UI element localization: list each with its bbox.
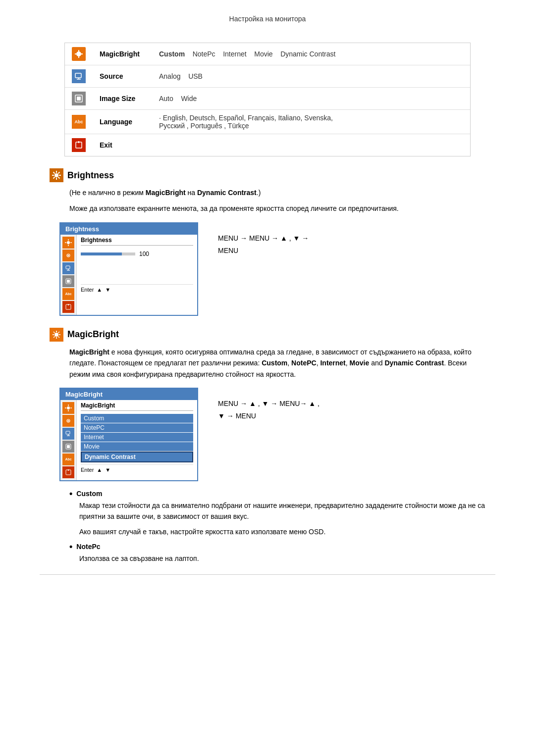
osd-icon-brightness	[62, 237, 74, 249]
magicbright-osd-title: MagicBright	[60, 389, 197, 400]
osd-slider-fill	[81, 252, 122, 255]
osd-menu-movie: Movie	[81, 442, 193, 451]
magicbright-osd-left-icons: Abc	[60, 400, 77, 480]
language-options: · English, Deutsch, Español, Français, I…	[152, 110, 470, 134]
source-options: Analog USB	[152, 65, 470, 88]
svg-rect-9	[77, 97, 81, 101]
osd-menu-internet: Internet	[81, 433, 193, 442]
osd-main-content: Brightness 100 Enter ▲ ▼	[77, 235, 197, 315]
svg-point-50	[68, 420, 69, 421]
svg-line-18	[58, 177, 60, 179]
magicbright-osd-box: MagicBright Abc	[59, 388, 198, 481]
source-label: Source	[93, 65, 152, 88]
language-label: Language	[93, 110, 152, 134]
osd-icon-source	[62, 262, 74, 274]
svg-line-40	[54, 332, 55, 333]
table-row: Source Analog USB	[65, 65, 470, 88]
brightness-para2: Може да използвате екранните менюта, за …	[69, 203, 485, 214]
table-row: Exit	[65, 134, 470, 156]
brightness-para1: (Не е налично в режим MagicBright на Dyn…	[69, 187, 485, 198]
magicbright-icon-cell	[65, 43, 93, 65]
page-divider	[40, 574, 495, 575]
language-icon: Abc	[72, 115, 86, 129]
brightness-nav-instruction: MENU → MENU → ▲ , ▼ → MENU	[218, 222, 317, 257]
osd-enter-row: Enter ▲ ▼	[81, 284, 193, 295]
svg-line-41	[58, 336, 60, 338]
magicbright-osd-main: MagicBright Custom NotePC Internet Movie…	[77, 400, 197, 480]
magicbright-nav-instruction: MENU → ▲ , ▼ → MENU→ ▲ , ▼ → MENU	[218, 388, 320, 422]
imagesize-icon	[72, 92, 86, 105]
osd-icon-magicbright2	[62, 415, 74, 427]
bullet-notepc-title: • NotePc	[69, 542, 485, 551]
svg-rect-28	[66, 266, 70, 269]
bullet-custom-section: • Custom Макар тези стойности да са вним…	[20, 489, 515, 537]
source-icon	[72, 69, 86, 83]
magicbright-section-icon	[50, 328, 63, 342]
magicbright-osd-enter-row: Enter ▲ ▼	[81, 464, 193, 475]
svg-point-44	[67, 406, 70, 409]
exit-icon-cell	[65, 134, 93, 156]
bullet-notepc-section: • NotePc Използва се за свързване на лап…	[20, 542, 515, 564]
osd-icon-exit	[62, 301, 74, 313]
page-header: Настройка на монитора	[20, 10, 515, 33]
osd-slider-value: 100	[139, 251, 149, 257]
svg-point-35	[54, 333, 58, 337]
svg-point-21	[67, 241, 70, 244]
table-row: Image Size Auto Wide	[65, 88, 470, 110]
osd-item-label: Brightness	[81, 237, 193, 246]
svg-point-27	[68, 254, 69, 256]
svg-line-17	[54, 172, 55, 174]
exit-label: Exit	[93, 134, 152, 156]
bullet-notepc-para1: Използва се за свързване на лаптоп.	[69, 553, 485, 564]
language-icon-cell: Abc	[65, 110, 93, 134]
osd-menu-notepc: NotePC	[81, 423, 193, 432]
svg-line-20	[54, 177, 55, 179]
table-row: MagicBright Custom NotePc Internet Movie…	[65, 43, 470, 65]
osd-icon-imagesize2	[62, 441, 74, 453]
source-icon-cell	[65, 65, 93, 88]
nav-table: MagicBright Custom NotePc Internet Movie…	[64, 43, 471, 156]
osd-icon-imagesize	[62, 275, 74, 287]
magicbright-title: MagicBright	[67, 329, 119, 340]
svg-point-0	[76, 51, 81, 56]
imagesize-icon-cell	[65, 88, 93, 110]
magicbright-osd-item-label: MagicBright	[81, 402, 193, 411]
brightness-osd-container: Brightness Abc	[59, 222, 515, 316]
magicbright-section-header: MagicBright	[20, 328, 515, 342]
brightness-title: Brightness	[67, 170, 114, 181]
osd-icon-exit2	[62, 466, 74, 478]
osd-icon-brightness2	[62, 402, 74, 414]
magicbright-content: MagicBright е нова функция, която осигур…	[20, 347, 515, 380]
svg-point-12	[54, 173, 58, 177]
osd-slider	[81, 252, 135, 255]
osd-menu-custom: Custom	[81, 414, 193, 423]
svg-rect-5	[75, 73, 81, 78]
svg-rect-32	[67, 280, 70, 283]
brightness-section-header: Brightness	[20, 168, 515, 182]
brightness-osd-title: Brightness	[60, 223, 197, 235]
brightness-content: (Не е налично в режим MagicBright на Dyn…	[20, 187, 515, 214]
svg-line-43	[54, 336, 55, 338]
svg-line-42	[58, 332, 60, 333]
brightness-section-icon	[50, 168, 63, 182]
magicbright-icon	[72, 47, 86, 61]
osd-menu-dynamic-contrast: Dynamic Contrast	[81, 452, 193, 462]
magicbright-para1: MagicBright е нова функция, която осигур…	[69, 347, 485, 380]
table-row: Abc Language · English, Deutsch, Español…	[65, 110, 470, 134]
osd-icon-language2: Abc	[62, 454, 74, 465]
page-title: Настройка на монитора	[229, 15, 306, 23]
svg-line-19	[58, 172, 60, 174]
magicbright-label: MagicBright	[93, 43, 152, 65]
osd-slider-row: 100	[81, 251, 193, 257]
bullet-custom-title: • Custom	[69, 489, 485, 498]
osd-icon-magicbright	[62, 250, 74, 261]
exit-icon	[72, 138, 86, 152]
svg-rect-55	[67, 445, 70, 448]
brightness-osd-box: Brightness Abc	[59, 222, 198, 316]
bullet-custom-para1: Макар тези стойности да са внимателно по…	[69, 500, 485, 537]
osd-icon-source2	[62, 428, 74, 440]
magicbright-options: Custom NotePc Internet Movie Dynamic Con…	[152, 43, 470, 65]
osd-left-icons: Abc	[60, 235, 77, 315]
magicbright-osd-container: MagicBright Abc	[59, 388, 515, 481]
svg-rect-51	[66, 431, 70, 434]
